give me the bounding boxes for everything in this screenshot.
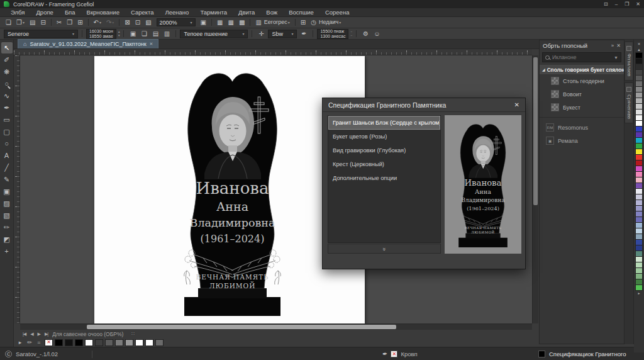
next-page-button[interactable]: ▶ [38, 332, 40, 337]
docker-item-1[interactable]: Стопь геодерни [540, 74, 624, 87]
cut-button[interactable]: ✂ [55, 18, 64, 27]
menu-item-7[interactable]: Тарминта [194, 9, 233, 16]
close-dialog-button[interactable]: ✕ [514, 101, 519, 108]
size-width-field[interactable]: 15500 пнаж [320, 29, 345, 33]
open-button[interactable]: ❒▾ [14, 18, 26, 27]
spec-item-3[interactable]: Вид гравировки (Глубокая) [328, 143, 440, 157]
document-palette-swatch-9[interactable] [125, 339, 133, 346]
page-frame-button[interactable]: ▣ [128, 30, 138, 38]
spec-item-4[interactable]: Крест (Церковный) [328, 157, 440, 171]
docker-title-bar[interactable]: Обрть гпопсный » ✕ [540, 40, 624, 50]
document-palette-swatch-3[interactable] [65, 339, 73, 346]
list-scroll-button[interactable]: » [328, 244, 441, 254]
view-normal-button[interactable]: ▦ [226, 18, 236, 27]
position-spinner[interactable]: ▴▾ [118, 30, 120, 37]
nib-combo[interactable]: Sbw ▾ [268, 30, 297, 38]
settings-button[interactable]: ⚙ [360, 30, 370, 38]
copy-button[interactable]: ❐ [65, 18, 74, 27]
save-button[interactable]: ▤ [28, 18, 37, 27]
outline-none-swatch[interactable]: ✕ [391, 351, 397, 357]
freehand-tool[interactable]: ∿ [1, 90, 13, 101]
copy-properties-button[interactable]: ❏ [139, 30, 149, 38]
eyedropper-tool[interactable]: ✏ [1, 222, 13, 233]
document-palette-swatch-5[interactable] [85, 339, 93, 346]
document-palette-swatch-12[interactable] [155, 339, 164, 346]
close-tab-icon[interactable]: ✕ [150, 42, 153, 47]
size-fields[interactable]: 15500 пнаж 1300 анесас [317, 29, 348, 39]
document-palette-swatch-2[interactable] [55, 339, 63, 346]
workspace-button[interactable]: ⊡ [604, 1, 608, 7]
minimize-button[interactable]: – [615, 1, 618, 7]
image-frame-tool[interactable]: ▣ [1, 186, 13, 197]
close-button[interactable]: ✕ [636, 1, 640, 7]
menu-item-2[interactable]: Дропе [30, 9, 58, 16]
spec-item-1[interactable]: Гранит Шаньси Блэк (Сердце с крылом) [328, 116, 440, 130]
document-palette-swatch-8[interactable] [115, 339, 123, 346]
menu-item-4[interactable]: Вкрнование [81, 9, 125, 16]
position-x-field[interactable]: 16030 моон [89, 29, 113, 33]
bezier-tool[interactable]: ✒ [1, 102, 13, 113]
docker-tool-item-2[interactable]: ▣Ремапа [540, 134, 624, 147]
zoom-level-combo[interactable]: 2000%▾ [157, 18, 196, 26]
docker-item-2[interactable]: Вовоит [540, 87, 624, 101]
interactive-fill-tool[interactable]: ◩ [1, 233, 13, 245]
menu-item-10[interactable]: Воспшие [283, 9, 319, 16]
menu-item-1[interactable]: Элбя [5, 9, 30, 16]
docker-search-box[interactable]: ▼ [542, 52, 621, 62]
pick-state-icon[interactable]: ▸ [16, 339, 24, 346]
palette-flyout-icon[interactable]: ▸ [638, 291, 640, 296]
outline-style-combo[interactable]: Тепоее пшеение ▾ [180, 30, 248, 38]
document-palette-swatch-11[interactable] [145, 339, 153, 346]
document-palette-swatch-6[interactable] [95, 339, 103, 346]
paste-button[interactable]: ⊞ [75, 18, 84, 27]
page-view-button[interactable]: ▥Еегогрес▾ [253, 18, 291, 27]
view-simple-button[interactable]: ▦ [215, 18, 225, 27]
shape-tool[interactable]: ✐ [1, 54, 13, 65]
undo-button[interactable]: ↶▾ [92, 18, 103, 27]
search-input[interactable] [552, 54, 611, 60]
dialog-title-bar[interactable]: Спецификация Гранитного Памятника ✕ [323, 98, 525, 112]
pick-tool[interactable]: ↖ [1, 42, 13, 53]
restore-button[interactable]: ❐ [625, 1, 629, 7]
menu-item-8[interactable]: Двита [233, 9, 260, 16]
line-tool[interactable]: ╱ [1, 162, 13, 173]
move-button[interactable]: ✛ [256, 30, 266, 38]
export-button[interactable]: ⊡ [133, 18, 142, 27]
pen-button[interactable]: ✒ [299, 30, 309, 38]
artistic-media-tool[interactable]: ✎ [1, 174, 13, 185]
horizontal-scrollbar-thumb[interactable] [87, 325, 396, 329]
fill-color-swatch[interactable] [538, 351, 545, 357]
first-page-button[interactable]: |◀ [23, 332, 26, 337]
document-palette-swatch-4[interactable] [75, 339, 83, 346]
spec-item-5[interactable]: Дополнительные опции [328, 171, 440, 185]
new-document-button[interactable]: ❏ [4, 18, 13, 27]
print-button[interactable]: ⊟ [38, 18, 47, 27]
spin-down-icon[interactable]: ▾ [118, 34, 120, 37]
fill-tool[interactable]: ▧ [1, 210, 13, 221]
crop-tool[interactable]: ❋ [1, 66, 13, 77]
spec-item-2[interactable]: Букет цветов (Розы) [328, 130, 440, 143]
import-button[interactable]: ⊠ [123, 18, 131, 27]
position-y-field[interactable]: 18550 амае [89, 34, 113, 38]
collapse-docker-button[interactable]: » [611, 43, 614, 48]
docker-tab-2[interactable]: Срячегивв [625, 82, 633, 123]
preset-combo[interactable]: Seneroe ▾ [4, 30, 78, 38]
minus-icon[interactable]: − [350, 34, 352, 37]
vertical-scrollbar-thumb[interactable] [533, 57, 538, 205]
recent-files-button[interactable]: ◷Недаич▾ [309, 18, 343, 27]
document-palette-swatch-10[interactable] [135, 339, 143, 346]
docker-group-header[interactable]: ◢ Споль говорния букет спялонкванный [540, 65, 624, 74]
docker-item-3[interactable]: Букест [540, 101, 624, 114]
redo-button[interactable]: ↷▾ [104, 18, 116, 27]
size-spinner[interactable]: −− [350, 30, 352, 37]
collapse-triangle-icon[interactable]: ◢ [542, 67, 545, 72]
position-fields[interactable]: 16030 моон 18550 амае [86, 29, 116, 39]
polygon-tool[interactable]: ▢ [1, 126, 13, 137]
docker-tool-item-1[interactable]: F/MResomonus [540, 121, 624, 134]
drag-grip-icon[interactable]: ∷ [131, 331, 135, 337]
document-tab[interactable]: ⌂ Saratov_v_91.03.2022_МеапоеГІС_Пакптон… [18, 39, 158, 48]
vertical-scrollbar[interactable] [532, 55, 538, 323]
layout-a-button[interactable]: ▤ [150, 30, 160, 38]
monument-object[interactable] [174, 65, 291, 318]
ellipse-tool[interactable]: ○ [1, 138, 13, 149]
